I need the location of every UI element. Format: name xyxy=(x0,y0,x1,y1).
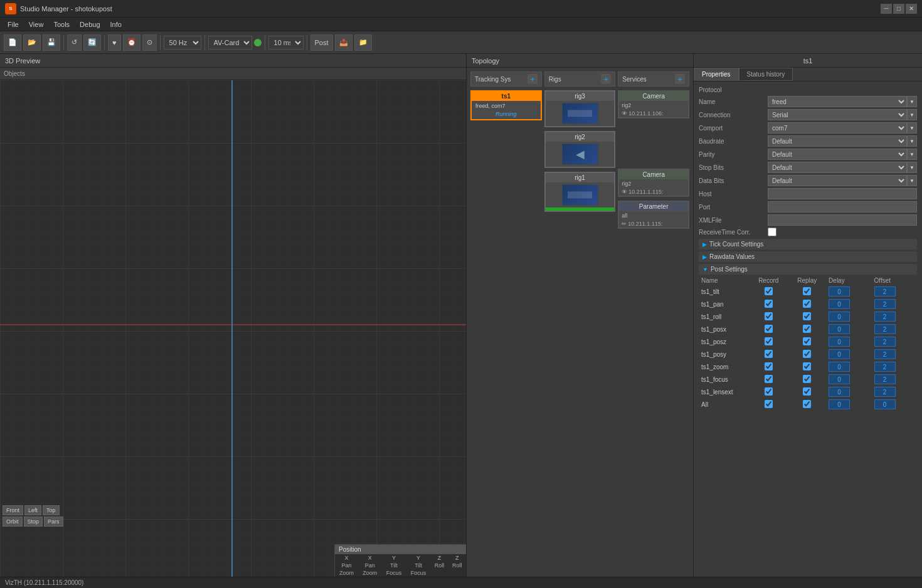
rig3-node[interactable]: rig3 xyxy=(544,90,616,127)
circle-button[interactable]: ⊙ xyxy=(142,34,157,51)
replay-cb-ts1_posx[interactable] xyxy=(803,325,811,333)
offset-input-ts1_zoom[interactable] xyxy=(874,362,896,372)
camera1-node[interactable]: Camera rig2 👁10.211.1.106: xyxy=(618,90,689,118)
replay-cb-ts1_focus[interactable] xyxy=(803,375,811,383)
xmlfile-input[interactable] xyxy=(768,214,917,226)
delay-input-all[interactable] xyxy=(829,399,850,409)
left-view-button[interactable]: Left xyxy=(24,505,41,515)
add-rig-button[interactable]: + xyxy=(601,74,611,84)
add-tracking-sys-button[interactable]: + xyxy=(527,74,538,84)
comport-dropdown-button[interactable]: ▼ xyxy=(907,122,917,134)
delay-input-ts1_posx[interactable] xyxy=(829,324,850,334)
menu-info[interactable]: Info xyxy=(105,18,127,31)
record-cb-ts1_lensext[interactable] xyxy=(765,387,773,396)
save-button[interactable]: 💾 xyxy=(43,34,60,51)
delay-input-ts1_lensext[interactable] xyxy=(829,387,850,397)
delay-input-ts1_posy[interactable] xyxy=(829,349,850,359)
record-cb-all[interactable] xyxy=(765,400,773,408)
offset-input-ts1_focus[interactable] xyxy=(874,374,896,384)
add-service-button[interactable]: + xyxy=(675,74,685,84)
delay-input-ts1_roll[interactable] xyxy=(829,312,850,322)
menu-file[interactable]: File xyxy=(3,18,24,31)
record-cb-ts1_pan[interactable] xyxy=(765,300,773,308)
delay-input-ts1_tilt[interactable] xyxy=(829,286,850,297)
record-cb-ts1_posy[interactable] xyxy=(765,350,773,358)
open-button[interactable]: 📂 xyxy=(23,34,41,51)
connection-dropdown-button[interactable]: ▼ xyxy=(907,109,917,120)
record-cb-ts1_roll[interactable] xyxy=(765,312,773,320)
replay-cb-ts1_pan[interactable] xyxy=(803,300,811,308)
stopbits-dropdown-button[interactable]: ▼ xyxy=(907,162,917,173)
receive-time-checkbox[interactable] xyxy=(768,228,776,236)
rig2-node[interactable]: rig2 ◀ xyxy=(544,131,616,168)
record-cb-ts1_posz[interactable] xyxy=(765,337,773,345)
rig1-node[interactable]: rig1 xyxy=(544,172,616,212)
delay-input-ts1_pan[interactable] xyxy=(829,299,850,309)
replay-cb-ts1_zoom[interactable] xyxy=(803,362,811,370)
menu-tools[interactable]: Tools xyxy=(48,18,75,31)
replay-cb-ts1_posz[interactable] xyxy=(803,337,811,345)
offset-input-ts1_posy[interactable] xyxy=(874,349,896,359)
record-cb-ts1_focus[interactable] xyxy=(765,375,773,383)
pars-view-button[interactable]: Pars xyxy=(44,517,63,527)
stopbits-select[interactable]: Default xyxy=(768,162,907,173)
databits-dropdown-button[interactable]: ▼ xyxy=(907,175,917,186)
offset-input-ts1_tilt[interactable] xyxy=(874,286,896,297)
replay-cb-ts1_posy[interactable] xyxy=(803,350,811,358)
offset-input-ts1_lensext[interactable] xyxy=(874,387,896,397)
replay-cb-all[interactable] xyxy=(803,400,811,408)
baudrate-select[interactable]: Default xyxy=(768,135,907,147)
parameter-node[interactable]: Parameter all ✏10.211.1.115: xyxy=(618,201,689,229)
delay-input-ts1_posz[interactable] xyxy=(829,337,850,347)
stop-view-button[interactable]: Stop xyxy=(24,517,43,527)
export-button[interactable]: 📤 xyxy=(335,34,352,51)
baudrate-dropdown-button[interactable]: ▼ xyxy=(907,135,917,147)
replay-cb-ts1_tilt[interactable] xyxy=(803,287,811,295)
replay-cb-ts1_roll[interactable] xyxy=(803,312,811,320)
minimize-button[interactable]: ─ xyxy=(881,4,892,14)
tick-count-header[interactable]: ▶ Tick Count Settings xyxy=(699,239,917,249)
parity-dropdown-button[interactable]: ▼ xyxy=(907,149,917,160)
folder-button[interactable]: 📁 xyxy=(354,34,372,51)
freq-select[interactable]: 50 Hz xyxy=(164,36,201,50)
top-view-button[interactable]: Top xyxy=(43,505,60,515)
ts1-node[interactable]: ts1 freed, com7 Running xyxy=(470,90,542,120)
host-input[interactable] xyxy=(768,188,917,199)
record-cb-ts1_zoom[interactable] xyxy=(765,362,773,370)
replay-cb-ts1_lensext[interactable] xyxy=(803,387,811,396)
refresh-button[interactable]: ↺ xyxy=(67,34,82,51)
record-cb-ts1_posx[interactable] xyxy=(765,325,773,333)
offset-input-ts1_posx[interactable] xyxy=(874,324,896,334)
menu-debug[interactable]: Debug xyxy=(75,18,105,31)
offset-input-all[interactable] xyxy=(874,399,896,409)
connection-select[interactable]: Serial xyxy=(768,109,907,120)
status-history-tab[interactable]: Status history xyxy=(739,68,793,81)
rawdata-header[interactable]: ▶ Rawdata Values xyxy=(699,251,917,262)
new-button[interactable]: 📄 xyxy=(4,34,21,51)
post-button[interactable]: Post xyxy=(310,34,333,51)
parity-select[interactable]: Default xyxy=(768,149,907,160)
record-cb-ts1_tilt[interactable] xyxy=(765,287,773,295)
front-view-button[interactable]: Front xyxy=(3,505,23,515)
camera2-node[interactable]: Camera rig2 👁10.211.1.115: xyxy=(618,169,689,197)
name-dropdown-button[interactable]: ▼ xyxy=(907,96,917,107)
delay-input-ts1_zoom[interactable] xyxy=(829,362,850,372)
databits-select[interactable]: Default xyxy=(768,175,907,186)
post-settings-header[interactable]: ▼ Post Settings xyxy=(699,264,917,275)
card-select[interactable]: AV-Card xyxy=(208,36,252,50)
offset-input-ts1_roll[interactable] xyxy=(874,312,896,322)
port-input[interactable] xyxy=(768,201,917,213)
auto-refresh-button[interactable]: 🔄 xyxy=(83,34,101,51)
preview-canvas[interactable]: Front Left Top Orbit Stop Pars Position … xyxy=(0,80,466,577)
menu-view[interactable]: View xyxy=(24,18,49,31)
time-select[interactable]: 10 ms xyxy=(268,36,304,50)
name-select[interactable]: freed xyxy=(768,96,907,107)
clock-button[interactable]: ⏰ xyxy=(123,34,140,51)
offset-input-ts1_posz[interactable] xyxy=(874,337,896,347)
properties-tab[interactable]: Properties xyxy=(694,68,739,81)
orbit-view-button[interactable]: Orbit xyxy=(3,517,23,527)
close-button[interactable]: ✕ xyxy=(906,4,917,14)
maximize-button[interactable]: □ xyxy=(893,4,904,14)
delay-input-ts1_focus[interactable] xyxy=(829,374,850,384)
comport-select[interactable]: com7 xyxy=(768,122,907,134)
